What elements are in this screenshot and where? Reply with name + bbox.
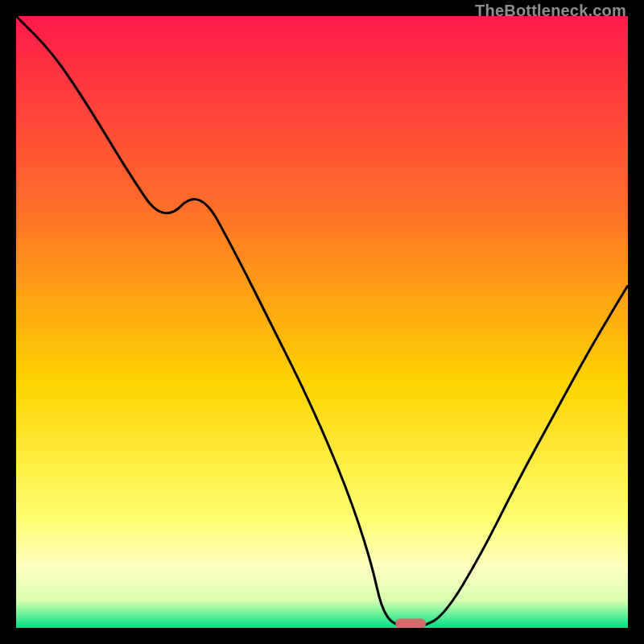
optimal-zone-marker <box>395 618 426 628</box>
gradient-background <box>16 16 628 628</box>
chart-plot-area <box>16 16 628 628</box>
chart-frame: TheBottleneck.com <box>0 0 644 644</box>
chart-svg <box>16 16 628 628</box>
